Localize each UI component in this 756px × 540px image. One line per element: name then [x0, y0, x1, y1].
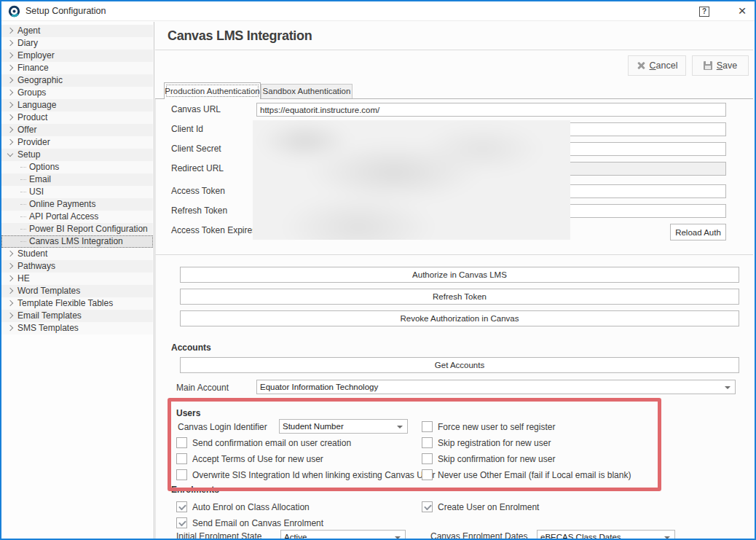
refresh-token-button[interactable]: Refresh Token: [180, 289, 739, 305]
access-token-expires-label: Access Token Expires: [171, 225, 256, 235]
sidebar-item-label: USI: [29, 186, 44, 198]
reload-auth-label: Reload Auth: [675, 228, 721, 237]
chevron-right-icon: [7, 52, 13, 58]
sidebar-item-power-bi-report-configuration[interactable]: Power BI Report Configuration: [1, 223, 153, 235]
sidebar-item-api-portal-access[interactable]: API Portal Access: [1, 211, 153, 223]
overwrite-sis-id-checkbox[interactable]: [176, 469, 187, 480]
get-accounts-button[interactable]: Get Accounts: [180, 357, 739, 373]
sidebar-item-label: Email: [29, 173, 51, 186]
sidebar-item-label: Email Templates: [17, 310, 82, 322]
sidebar-item-product[interactable]: Product: [1, 111, 153, 124]
chevron-right-icon: [7, 40, 13, 46]
sidebar-item-student[interactable]: Student: [1, 248, 153, 260]
chevron-right-icon: [7, 251, 13, 257]
main-account-dropdown[interactable]: Equator Information Technology: [256, 380, 736, 394]
create-user-on-enrolment-checkbox[interactable]: [422, 501, 433, 512]
auto-enrol-checkbox[interactable]: [176, 501, 187, 512]
chevron-right-icon: [7, 300, 13, 306]
canvas-enrolment-dates-label: Canvas Enrolment Dates: [430, 531, 527, 540]
main-account-value: Equator Information Technology: [260, 383, 378, 391]
sidebar-item-diary[interactable]: Diary: [1, 37, 153, 50]
canvas-url-input[interactable]: [256, 103, 726, 117]
tab-sandbox-authentication[interactable]: Sandbox Authentication: [261, 84, 353, 98]
canvas-login-identifier-dropdown[interactable]: Student Number: [279, 419, 408, 434]
chevron-right-icon: [7, 90, 13, 95]
initial-enrolment-state-dropdown[interactable]: Active: [280, 530, 406, 540]
accept-terms-checkbox[interactable]: [176, 453, 187, 464]
sidebar-item-label: Template Flexible Tables: [17, 297, 113, 310]
title-separator: [155, 50, 753, 50]
chevron-right-icon: [7, 263, 13, 269]
sidebar-item-email[interactable]: Email: [1, 173, 153, 186]
skip-confirmation-label: Skip confirmation for new user: [438, 454, 555, 464]
sidebar-item-email-templates[interactable]: Email Templates: [1, 310, 153, 322]
sidebar-item-language[interactable]: Language: [1, 99, 153, 111]
sidebar-item-pathways[interactable]: Pathways: [1, 260, 153, 273]
sidebar-item-setup[interactable]: Setup: [1, 149, 153, 161]
create-user-on-enrolment-label: Create User on Enrolment: [438, 502, 539, 512]
initial-enrolment-state-label: Initial Enrolment State: [176, 531, 261, 540]
sidebar-item-agent[interactable]: Agent: [1, 25, 153, 37]
force-self-register-label: Force new user to self register: [438, 422, 555, 432]
enrolments-heading: Enrolments: [171, 485, 219, 495]
send-confirmation-email-checkbox[interactable]: [176, 437, 187, 448]
refresh-token-label: Refresh Token: [171, 206, 227, 216]
save-button-label: Save: [717, 60, 738, 71]
window-title: Setup Configuration: [25, 6, 106, 16]
send-confirmation-email-label: Send confirmation email on user creation: [192, 438, 351, 448]
sidebar-item-label: Employer: [17, 50, 55, 62]
sidebar-item-provider[interactable]: Provider: [1, 136, 153, 149]
initial-enrolment-state-value: Active: [284, 533, 307, 540]
sidebar-item-sms-templates[interactable]: SMS Templates: [1, 322, 153, 334]
sidebar-item-label: API Portal Access: [29, 211, 98, 223]
users-heading: Users: [176, 408, 200, 418]
help-icon[interactable]: ?: [699, 7, 709, 17]
sidebar-item-groups[interactable]: Groups: [1, 87, 153, 99]
chevron-right-icon: [7, 28, 13, 34]
sidebar-item-options[interactable]: Options: [1, 161, 153, 173]
close-icon[interactable]: ×: [733, 2, 752, 20]
sidebar-item-canvas-lms-integration[interactable]: Canvas LMS Integration: [1, 235, 153, 248]
sidebar-item-label: Word Templates: [17, 285, 80, 297]
sidebar-item-usi[interactable]: USI: [1, 186, 153, 198]
sidebar-item-label: Offer: [17, 124, 36, 136]
reload-auth-button[interactable]: Reload Auth: [670, 224, 726, 240]
cancel-button[interactable]: Cancel: [628, 55, 686, 76]
never-use-other-email-checkbox[interactable]: [422, 469, 433, 480]
force-self-register-checkbox[interactable]: [422, 421, 433, 432]
sidebar-item-label: Groups: [17, 87, 46, 99]
tab-label: Sandbox Authentication: [263, 87, 351, 95]
sidebar-item-employer[interactable]: Employer: [1, 50, 153, 62]
sidebar-item-label: Student: [17, 248, 47, 260]
send-email-on-enrolment-checkbox[interactable]: [176, 517, 187, 528]
chevron-right-icon: [7, 127, 13, 133]
sidebar-item-label: Pathways: [17, 260, 55, 273]
sidebar-item-template-flexible-tables[interactable]: Template Flexible Tables: [1, 297, 153, 310]
chevron-right-icon: [7, 275, 13, 281]
skip-confirmation-checkbox[interactable]: [422, 453, 433, 464]
page-title: Canvas LMS Integration: [168, 28, 312, 44]
redirect-url-label: Redirect URL: [171, 163, 224, 173]
authorize-in-canvas-button[interactable]: Authorize in Canvas LMS: [180, 267, 739, 283]
sidebar-item-offer[interactable]: Offer: [1, 124, 153, 136]
sidebar-item-online-payments[interactable]: Online Payments: [1, 198, 153, 211]
tab-production-authentication[interactable]: Production Authentication: [164, 82, 261, 99]
sidebar-item-finance[interactable]: Finance: [1, 62, 153, 74]
sidebar-item-geographic[interactable]: Geographic: [1, 74, 153, 87]
sidebar-item-word-templates[interactable]: Word Templates: [1, 285, 153, 297]
refresh-token-button-label: Refresh Token: [433, 292, 487, 301]
sidebar-item-he[interactable]: HE: [1, 273, 153, 285]
chevron-right-icon: [7, 288, 13, 294]
save-disk-icon: [704, 61, 712, 70]
sidebar-item-label: Power BI Report Configuration: [29, 223, 148, 235]
canvas-enrolment-dates-dropdown[interactable]: eBECAS Class Dates: [537, 530, 675, 540]
accounts-heading: Accounts: [171, 343, 211, 353]
sidebar-item-label: SMS Templates: [17, 322, 79, 334]
skip-registration-checkbox[interactable]: [422, 437, 433, 448]
sidebar-item-label: HE: [17, 273, 30, 285]
chevron-down-icon: [7, 151, 13, 157]
save-button[interactable]: Save: [692, 55, 749, 76]
revoke-authorization-button[interactable]: Revoke Authorization in Canvas: [180, 310, 739, 326]
access-token-label: Access Token: [171, 186, 225, 196]
canvas-login-identifier-value: Student Number: [283, 422, 344, 431]
